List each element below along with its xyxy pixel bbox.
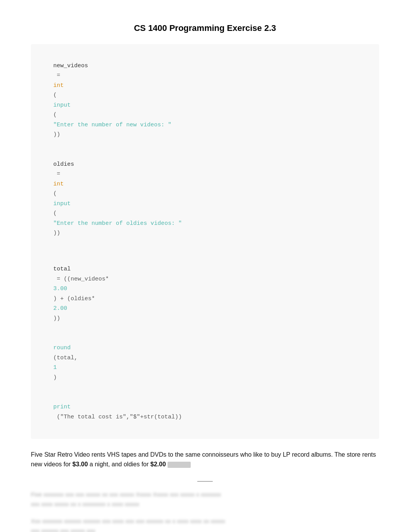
description-price-2: $2.00	[151, 461, 166, 467]
code-paren-1a: (	[53, 92, 57, 99]
code-num-1: 1	[53, 364, 57, 371]
code-block: new_videos = int ( input ( "Enter the nu…	[31, 44, 379, 439]
code-kw-int-2: int	[53, 181, 64, 187]
code-paren-4e: ))	[53, 315, 60, 322]
code-line-5: round (total, 1 )	[39, 333, 371, 393]
description-block: Five Star Retro Video rents VHS tapes an…	[31, 450, 379, 469]
code-var-new-videos: new_videos	[53, 63, 88, 69]
code-paren-2a: (	[53, 190, 57, 197]
code-equals-2: =	[53, 171, 64, 177]
code-paren-1c: ))	[53, 131, 60, 138]
code-kw-input-2: input	[53, 201, 71, 207]
code-num-200: 2.00	[53, 305, 67, 312]
code-paren-2b: (	[53, 210, 57, 217]
code-line-2: oldies = int ( input ( "Enter the number…	[39, 150, 371, 248]
code-op-4: ) + (oldies*	[53, 296, 95, 302]
code-paren-2c: ))	[53, 230, 60, 236]
code-str-1: "Enter the number of new videos: "	[53, 122, 171, 128]
blurred-line-2b: xxx xxxxxx xxx xxxxx xxx	[31, 526, 379, 532]
blurred-para-1: Five xxxxxxx xxx xxx xxxxx xx xxx xxxxx …	[31, 490, 379, 509]
code-str-2: "Enter the number of oldies videos: "	[53, 220, 182, 227]
code-var-total: total	[53, 266, 71, 272]
code-line-1: new_videos = int ( input ( "Enter the nu…	[39, 51, 371, 150]
page-title: CS 1400 Programming Exercise 2.3	[31, 23, 379, 33]
code-paren-5a: (total,	[53, 355, 78, 361]
redacted-inline	[168, 462, 191, 468]
description-text-2: a night, and oldies for	[88, 461, 151, 467]
code-kw-input-1: input	[53, 102, 71, 109]
code-kw-round: round	[53, 345, 71, 351]
code-paren-1b: (	[53, 112, 57, 118]
code-kw-print: print	[53, 404, 71, 410]
code-line-4: total = ((new_videos* 3.00 ) + (oldies* …	[39, 255, 371, 333]
code-paren-5b: )	[53, 374, 57, 381]
blurred-para-2: Xxx xxxxxxx xxxxxx xxxxxx xxx xxxx xxx x…	[31, 516, 379, 532]
code-kw-int-1: int	[53, 82, 64, 89]
blurred-line-2a: Xxx xxxxxxx xxxxxx xxxxxx xxx xxxx xxx x…	[31, 516, 379, 526]
code-equals-1: =	[53, 72, 64, 79]
code-blank-1	[39, 248, 371, 255]
code-equals-4: = ((new_videos*	[53, 276, 109, 282]
code-var-oldies: oldies	[53, 161, 74, 168]
blurred-line-1a: Five xxxxxxx xxx xxx xxxxx xx xxx xxxxx …	[31, 490, 379, 500]
blurred-line-1b: xxx xxxx xxxxx xx x xxxxxxxx x xxxx xxxx…	[31, 499, 379, 509]
separator	[197, 481, 213, 482]
description-price-1: $3.00	[73, 461, 88, 467]
code-num-300: 3.00	[53, 286, 67, 292]
blurred-content: Five xxxxxxx xxx xxx xxxxx xx xxx xxxxx …	[31, 490, 379, 532]
code-print-args: ("The total cost is","$"+str(total))	[53, 414, 182, 420]
code-line-6: print ("The total cost is","$"+str(total…	[39, 393, 371, 432]
